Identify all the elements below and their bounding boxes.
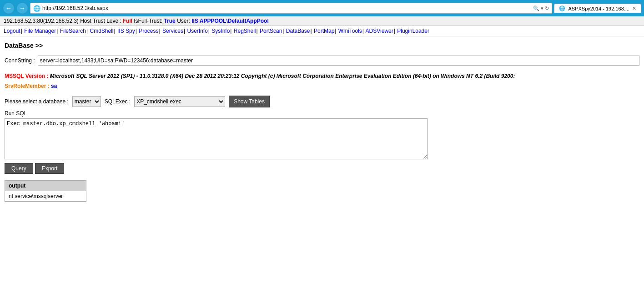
- status-isfull-label: IsFull-Trust:: [134, 18, 162, 24]
- nav-filesearch[interactable]: FileSearch: [60, 28, 86, 34]
- sqlexec-label: SQLExec :: [105, 98, 131, 105]
- nav-database[interactable]: DataBase: [286, 28, 310, 34]
- nav-userinfo[interactable]: UserInfo: [187, 28, 207, 34]
- address-bar[interactable]: 🌐 http://192.168.52.3/sb.aspx 🔍 ▾ ↻: [30, 3, 552, 14]
- status-true-value: True: [164, 18, 175, 24]
- db-select-row: Please select a database : master tempdb…: [5, 96, 639, 107]
- forward-button[interactable]: →: [16, 2, 28, 14]
- srvrolemember-row: SrvRoleMember : sa: [5, 83, 639, 89]
- status-full-value: Full: [123, 18, 132, 24]
- nav-pluginloader[interactable]: PluginLoader: [397, 28, 429, 34]
- nav-sysinfo[interactable]: SysInfo: [211, 28, 230, 34]
- nav-regshell[interactable]: RegShell: [234, 28, 256, 34]
- output-table: output nt service\mssqlserver: [5, 180, 86, 202]
- nav-portmap[interactable]: PortMap: [314, 28, 334, 34]
- tab-label: ASPXSpy2014 - 192.168....: [568, 6, 629, 11]
- browser-chrome: ← → 🌐 http://192.168.52.3/sb.aspx 🔍 ▾ ↻ …: [0, 0, 644, 16]
- srvrolemember-label: SrvRoleMember :: [5, 83, 50, 89]
- nav-adsviewer[interactable]: ADSViewer: [366, 28, 393, 34]
- nav-filemanager[interactable]: File Manager: [24, 28, 56, 34]
- status-user-label: User:: [177, 18, 190, 24]
- status-user-value: IIS APPPOOL\DefaultAppPool: [191, 18, 269, 24]
- status-host-label: Host Trust Level:: [80, 18, 121, 24]
- nav-logout[interactable]: Logout: [4, 28, 20, 34]
- search-controls: 🔍 ▾ ↻: [533, 5, 549, 11]
- show-tables-button[interactable]: Show Tables: [229, 96, 270, 107]
- sql-textarea[interactable]: [5, 118, 428, 159]
- page-title: DataBase >>: [5, 42, 639, 49]
- srvrolemember-value: sa: [51, 83, 57, 89]
- nav-process[interactable]: Process: [139, 28, 158, 34]
- table-row: nt service\mssqlserver: [5, 191, 86, 202]
- connstring-row: ConnString :: [5, 56, 639, 66]
- nav-services[interactable]: Services: [162, 28, 183, 34]
- tab-close-button[interactable]: ✕: [632, 5, 636, 11]
- mssql-version-row: MSSQL Version : Microsoft SQL Server 201…: [5, 73, 639, 79]
- query-button[interactable]: Query: [5, 163, 33, 174]
- mssql-label: MSSQL Version :: [5, 73, 48, 79]
- nav-wmitools[interactable]: WmiTools: [338, 28, 362, 34]
- back-button[interactable]: ←: [3, 2, 15, 14]
- connstring-input[interactable]: [38, 56, 639, 66]
- nav-cmdshell[interactable]: CmdShell: [90, 28, 114, 34]
- nav-iispy[interactable]: IIS Spy: [117, 28, 135, 34]
- tab-icon: 🌐: [559, 5, 565, 11]
- sqlexec-select[interactable]: XP_cmdshell exec sp_executesql exec: [134, 96, 225, 107]
- run-sql-label: Run SQL: [5, 110, 639, 117]
- browser-tab[interactable]: 🌐 ASPXSpy2014 - 192.168.... ✕: [554, 4, 641, 13]
- database-select[interactable]: master tempdb model msdb: [72, 96, 101, 107]
- page-icon: 🌐: [33, 5, 40, 12]
- action-buttons: Query Export: [5, 163, 639, 174]
- output-header: output: [5, 181, 86, 191]
- export-button[interactable]: Export: [35, 163, 65, 174]
- connstring-label: ConnString :: [5, 57, 35, 64]
- db-select-label: Please select a database :: [5, 98, 69, 105]
- status-ip: 192.168.52.3:80(192.168.52.3): [4, 18, 79, 24]
- main-content: DataBase >> ConnString : MSSQL Version :…: [0, 36, 644, 207]
- nav-portscan[interactable]: PortScan: [260, 28, 282, 34]
- url-text: http://192.168.52.3/sb.aspx: [42, 5, 531, 11]
- output-cell: nt service\mssqlserver: [5, 191, 86, 202]
- nav-links: Logout| File Manager| FileSearch| CmdShe…: [0, 26, 644, 36]
- status-bar: 192.168.52.3:80(192.168.52.3) Host Trust…: [0, 16, 644, 26]
- mssql-value: Microsoft SQL Server 2012 (SP1) - 11.0.3…: [50, 73, 515, 79]
